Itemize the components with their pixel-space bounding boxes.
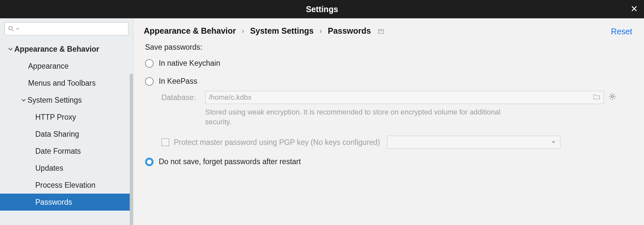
sidebar-item-system-settings[interactable]: System Settings [0, 92, 133, 109]
sidebar-item-label: Appearance & Behavior [14, 45, 99, 54]
sidebar-item-label: HTTP Proxy [35, 113, 76, 122]
radio-icon [145, 158, 154, 166]
sidebar-item-label: Date Formats [35, 147, 81, 156]
database-path-input[interactable]: /home/c.kdbx [205, 91, 604, 104]
sidebar-item-menus-toolbars[interactable]: Menus and Toolbars [0, 75, 133, 92]
sidebar-item-appearance-behavior[interactable]: Appearance & Behavior [0, 41, 133, 58]
section-label: Save passwords: [145, 43, 632, 52]
main-panel: Appearance & Behavior › System Settings … [133, 18, 644, 225]
breadcrumb: Appearance & Behavior › System Settings … [133, 18, 644, 42]
chevron-down-icon [20, 98, 27, 102]
keepass-settings: Database: /home/c.kdbx Stored using weak… [161, 91, 632, 149]
database-path-value: /home/c.kdbx [209, 93, 252, 102]
sidebar: Appearance & Behavior Appearance Menus a… [0, 18, 133, 225]
sidebar-item-label: Menus and Toolbars [28, 79, 96, 88]
radio-icon [145, 77, 154, 86]
svg-rect-3 [379, 30, 383, 31]
sidebar-item-http-proxy[interactable]: HTTP Proxy [0, 109, 133, 126]
pgp-checkbox[interactable] [161, 138, 169, 146]
svg-point-4 [611, 95, 613, 97]
breadcrumb-part[interactable]: Appearance & Behavior [144, 26, 236, 36]
sidebar-item-process-elevation[interactable]: Process Elevation [0, 177, 133, 194]
pgp-key-select[interactable] [387, 136, 560, 149]
sidebar-item-passwords[interactable]: Passwords [0, 194, 133, 211]
option-do-not-save[interactable]: Do not save, forget passwords after rest… [145, 157, 632, 166]
radio-label: In KeePass [159, 77, 197, 86]
svg-line-1 [12, 30, 14, 31]
search-input[interactable] [5, 22, 128, 35]
radio-label: Do not save, forget passwords after rest… [159, 157, 301, 166]
svg-line-9 [610, 94, 611, 95]
option-native-keychain[interactable]: In native Keychain [145, 59, 632, 68]
sidebar-item-label: Appearance [28, 62, 69, 71]
pgp-protect-row: Protect master password using PGP key (N… [161, 136, 632, 149]
svg-line-11 [610, 98, 611, 99]
gear-icon[interactable] [608, 93, 616, 102]
sidebar-item-label: Data Sharing [35, 130, 79, 139]
svg-line-12 [614, 94, 615, 95]
pgp-label: Protect master password using PGP key (N… [174, 138, 380, 147]
project-scope-icon [378, 26, 384, 36]
option-keepass[interactable]: In KeePass [145, 77, 632, 86]
sidebar-item-label: Process Elevation [35, 181, 95, 190]
database-label: Database: [161, 93, 201, 102]
folder-icon[interactable] [593, 93, 600, 102]
sidebar-item-updates[interactable]: Updates [0, 160, 133, 177]
chevron-right-icon: › [242, 27, 244, 35]
sidebar-item-label: System Settings [27, 96, 82, 105]
radio-icon [145, 59, 154, 68]
search-field[interactable] [21, 25, 125, 33]
breadcrumb-part: Passwords [328, 26, 371, 36]
chevron-down-icon [16, 27, 19, 30]
svg-rect-2 [378, 29, 384, 33]
breadcrumb-part[interactable]: System Settings [250, 26, 314, 36]
radio-label: In native Keychain [159, 59, 220, 68]
search-icon [8, 26, 14, 32]
svg-line-10 [614, 98, 615, 99]
settings-tree: Appearance & Behavior Appearance Menus a… [0, 39, 133, 225]
svg-point-0 [9, 26, 12, 30]
encryption-hint: Stored using weak encryption. It is reco… [205, 107, 519, 127]
sidebar-item-date-formats[interactable]: Date Formats [0, 143, 133, 160]
window-title: Settings [306, 5, 338, 14]
close-icon[interactable] [631, 4, 637, 14]
chevron-right-icon: › [320, 27, 322, 35]
reset-link[interactable]: Reset [611, 27, 632, 36]
sidebar-item-label: Updates [35, 164, 63, 173]
chevron-down-icon [7, 47, 14, 51]
titlebar: Settings [0, 0, 644, 18]
sidebar-item-label: Passwords [35, 198, 72, 207]
sidebar-item-appearance[interactable]: Appearance [0, 58, 133, 75]
sidebar-item-data-sharing[interactable]: Data Sharing [0, 126, 133, 143]
scrollbar[interactable] [130, 74, 133, 225]
